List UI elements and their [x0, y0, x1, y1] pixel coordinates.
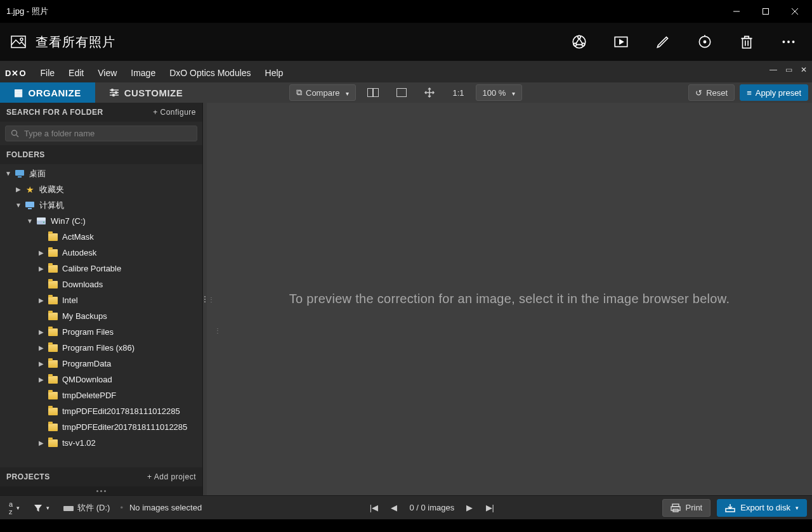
tab-organize[interactable]: ▦ ORGANIZE [0, 82, 95, 103]
tree-folder[interactable]: ▶Autodesk [0, 245, 202, 261]
tree-drive[interactable]: ▼ Win7 (C:) [0, 213, 202, 229]
close-button[interactable] [780, 0, 809, 23]
dxo-window: D✕O File Edit View Image DxO Optics Modu… [0, 63, 812, 519]
photo-app-icon [10, 34, 27, 50]
dxo-close-button[interactable]: ✕ [798, 65, 809, 75]
collapse-icon[interactable]: ▼ [14, 202, 23, 209]
split-view-button[interactable] [361, 84, 385, 101]
apply-preset-button[interactable]: ≡ Apply preset [740, 84, 808, 101]
expand-icon[interactable]: ▶ [37, 344, 46, 351]
tree-folder[interactable]: ActMask [0, 229, 202, 245]
prev-image-button[interactable]: ◀ [389, 503, 399, 513]
expand-icon[interactable]: ▶ [37, 328, 46, 335]
computer-icon [24, 200, 36, 211]
panel-drag-handle[interactable] [0, 486, 202, 495]
configure-link[interactable]: + Configure [153, 108, 196, 117]
expand-icon[interactable]: ▶ [37, 376, 46, 383]
menu-file[interactable]: File [34, 65, 62, 81]
expand-icon[interactable]: ▶ [14, 186, 23, 193]
last-image-button[interactable]: ▶| [485, 503, 495, 513]
folders-header-label: FOLDERS [6, 150, 45, 159]
add-project-link[interactable]: + Add project [147, 472, 196, 481]
tree-folder[interactable]: tmpDeletePDF [0, 387, 202, 403]
expand-icon[interactable]: ▶ [37, 297, 46, 304]
one-to-one-button[interactable]: 1:1 [446, 84, 470, 101]
search-header: SEARCH FOR A FOLDER + Configure [0, 103, 202, 122]
tree-favorites[interactable]: ▶ ★ 收藏夹 [0, 181, 202, 197]
filter-button[interactable]: ▾ [30, 501, 53, 515]
tab-customize[interactable]: CUSTOMIZE [95, 82, 197, 103]
export-button[interactable]: Export to disk ▾ [717, 499, 807, 517]
minimize-button[interactable] [722, 0, 751, 23]
zoom-dropdown[interactable]: 100 % [476, 84, 523, 101]
tree-folder[interactable]: ▶QMDownload [0, 372, 202, 387]
tree-folder-label: tmpPDFEdit2017818111012285 [62, 406, 180, 416]
tree-computer[interactable]: ▼ 计算机 [0, 197, 202, 213]
expand-icon[interactable]: ▶ [37, 360, 46, 367]
single-view-button[interactable] [390, 84, 413, 101]
grid-icon: ▦ [14, 87, 23, 98]
tree-folder[interactable]: ▶Program Files (x86) [0, 340, 202, 356]
collapse-icon[interactable]: ▼ [4, 170, 13, 177]
tree-folder-label: QMDownload [62, 375, 112, 384]
folder-icon [47, 327, 58, 337]
dxo-maximize-button[interactable]: ▭ [783, 65, 794, 75]
view-all-photos[interactable]: 查看所有照片 [36, 34, 115, 51]
tree-folder-label: Autodesk [62, 248, 96, 257]
delete-icon[interactable] [738, 34, 755, 50]
expand-icon[interactable]: ▶ [37, 249, 46, 256]
image-counter: 0 / 0 images [409, 503, 454, 512]
svg-point-26 [112, 94, 114, 96]
collapse-icon[interactable]: ▼ [25, 217, 34, 224]
svg-point-20 [792, 41, 795, 43]
folder-search[interactable] [5, 126, 197, 141]
folder-icon [47, 438, 58, 448]
move-tool-button[interactable] [418, 84, 441, 101]
expand-icon[interactable]: ▶ [37, 265, 46, 272]
tree-root-label: 桌面 [29, 168, 46, 179]
slideshow-icon[interactable] [613, 34, 629, 50]
tree-folder-label: tsv-v1.02 [62, 438, 96, 448]
edit-icon[interactable] [655, 34, 671, 50]
export-label: Export to disk [740, 503, 790, 512]
svg-point-7 [578, 36, 580, 38]
first-image-button[interactable]: |◀ [369, 503, 379, 513]
tree-folder[interactable]: tmpPDFEdit2017818111012285 [0, 403, 202, 419]
tree-folder[interactable]: ▶tsv-v1.02 [0, 435, 202, 451]
tree-folder[interactable]: ▶ProgramData [0, 356, 202, 372]
menu-optics[interactable]: DxO Optics Modules [163, 65, 257, 81]
rotate-icon[interactable] [697, 34, 713, 50]
folder-tree[interactable]: ▼ 桌面 ▶ ★ 收藏夹 ▼ 计算机 ▼ Win7 (C:) [0, 164, 202, 467]
menu-view[interactable]: View [91, 65, 123, 81]
chevron-down-icon: ▾ [796, 505, 799, 511]
splitter-handle-icon[interactable]: ⋮ [214, 327, 222, 334]
share-icon[interactable] [571, 34, 587, 50]
zoom-value: 100 % [483, 88, 506, 98]
menu-image[interactable]: Image [124, 65, 162, 81]
compare-button[interactable]: ⧉ Compare [289, 84, 356, 101]
expand-icon[interactable]: ▶ [37, 439, 46, 446]
print-button[interactable]: Print [662, 499, 711, 517]
folder-icon [47, 422, 58, 432]
tree-folder[interactable]: Downloads [0, 276, 202, 292]
dxo-minimize-button[interactable]: — [768, 65, 779, 75]
print-icon [671, 503, 681, 512]
separator: • [120, 503, 123, 512]
sort-button[interactable]: az▾ [5, 498, 23, 518]
search-input[interactable] [24, 129, 192, 138]
reset-button[interactable]: ↺ Reset [688, 84, 735, 101]
menu-edit[interactable]: Edit [62, 65, 90, 81]
tree-folder[interactable]: My Backups [0, 308, 202, 324]
tree-folder[interactable]: ▶Intel [0, 292, 202, 308]
menu-help[interactable]: Help [259, 65, 290, 81]
splitter-handle-icon[interactable]: ⋮ [208, 295, 216, 302]
compare-label: Compare [306, 88, 339, 98]
tree-folder[interactable]: ▶Calibre Portable [0, 261, 202, 276]
maximize-button[interactable] [751, 0, 780, 23]
tree-folder[interactable]: tmpPDFEditer2017818111012285 [0, 419, 202, 435]
tree-folder[interactable]: ▶Program Files [0, 324, 202, 340]
more-icon[interactable] [780, 34, 797, 50]
tree-root[interactable]: ▼ 桌面 [0, 165, 202, 181]
photos-toolbar: 查看所有照片 [0, 23, 812, 63]
next-image-button[interactable]: ▶ [464, 503, 475, 513]
